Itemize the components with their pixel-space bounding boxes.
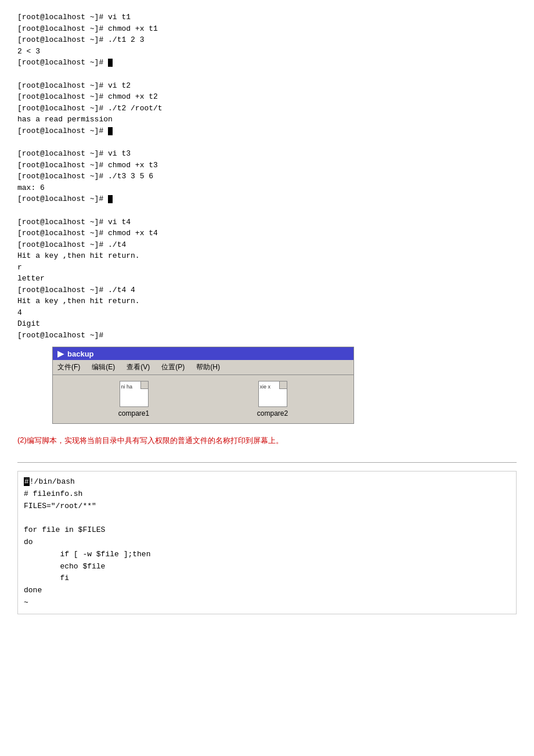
terminal-line: [root@localhost ~]# [17,330,517,341]
file-label-compare1: compare1 [118,409,149,417]
file-icon-text: ni ha [120,381,148,391]
menu-item-location[interactable]: 位置(P) [159,361,187,373]
terminal-line: r [17,262,517,273]
backup-title-icon: ▶ [57,349,64,358]
terminal-line: [root@localhost ~]# ./t3 3 5 6 [17,171,517,182]
terminal-block-t3: [root@localhost ~]# vi t3 [root@localhos… [17,148,517,205]
backup-title: backup [67,350,94,358]
terminal-line: Hit a key ,then hit return. [17,296,517,307]
terminal-block-t2: [root@localhost ~]# vi t2 [root@localhos… [17,80,517,137]
terminal-line: [root@localhost ~]# ./t4 [17,239,517,251]
code-highlight: # [24,477,30,486]
terminal-prompt: [root@localhost ~]# [17,125,517,137]
terminal-prompt: [root@localhost ~]# [17,57,517,69]
file-icon-text: xie x [259,381,287,391]
read-permission-output: has a read permission [17,114,517,125]
terminal-line: [root@localhost ~]# ./t4 4 [17,285,517,296]
terminal-line: [root@localhost ~]# ./t2 /root/t [17,103,517,114]
terminal-line: [root@localhost ~]# vi t4 [17,217,517,228]
menu-item-help[interactable]: 帮助(H) [194,361,222,373]
file-label-compare2: compare2 [257,409,288,417]
file-icon-compare2: xie x [258,381,287,407]
terminal-line: letter [17,273,517,285]
page-container: [root@localhost ~]# vi t1 [root@localhos… [0,0,534,626]
terminal-line: [root@localhost ~]# chmod +x t4 [17,228,517,239]
spacer [17,210,517,217]
code-block: #!/bin/bash # fileinfo.sh FILES="/root/*… [17,471,517,614]
instruction-container: (2) 编写脚本，实现将当前目录中具有写入权限的普通文件的名称打印到屏幕上。 [17,430,517,454]
terminal-line: Digit [17,318,517,330]
terminal-line: Hit a key ,then hit return. [17,250,517,262]
terminal-block-t4: [root@localhost ~]# vi t4 [root@localhos… [17,217,517,341]
terminal-line: [root@localhost ~]# chmod +x t3 [17,160,517,171]
terminal-cursor [108,195,113,203]
file-item-compare1: ni ha compare1 [118,381,149,417]
section-divider [17,462,517,463]
instruction-number: (2) [17,435,27,444]
backup-window: ▶ backup 文件(F) 编辑(E) 查看(V) 位置(P) 帮助(H) n… [52,347,354,424]
terminal-line: [root@localhost ~]# chmod +x t1 [17,23,517,35]
file-item-compare2: xie x compare2 [257,381,288,417]
spacer [17,141,517,148]
terminal-cursor [108,127,113,135]
menu-item-edit[interactable]: 编辑(E) [89,361,117,373]
terminal-line: [root@localhost ~]# ./t1 2 3 [17,34,517,46]
spacer [17,73,517,80]
terminal-line: [root@localhost ~]# vi t1 [17,12,517,23]
menu-item-file[interactable]: 文件(F) [55,361,82,373]
file-icon-compare1: ni ha [120,381,149,407]
menu-item-view[interactable]: 查看(V) [124,361,152,373]
terminal-block: [root@localhost ~]# vi t1 [root@localhos… [17,12,517,69]
instruction-body: 编写脚本，实现将当前目录中具有写入权限的普通文件的名称打印到屏幕上。 [27,435,283,446]
backup-titlebar: ▶ backup [53,347,353,360]
terminal-line: [root@localhost ~]# vi t2 [17,80,517,92]
terminal-line: [root@localhost ~]# vi t3 [17,148,517,160]
terminal-cursor [108,59,113,67]
terminal-line: 4 [17,307,517,319]
terminal-prompt: [root@localhost ~]# [17,193,517,205]
backup-menubar: 文件(F) 编辑(E) 查看(V) 位置(P) 帮助(H) [53,360,353,375]
terminal-line: 2 < 3 [17,46,517,57]
terminal-line: max: 6 [17,182,517,194]
backup-content: ni ha compare1 xie x compare2 [53,375,353,423]
terminal-line: [root@localhost ~]# chmod +x t2 [17,91,517,103]
